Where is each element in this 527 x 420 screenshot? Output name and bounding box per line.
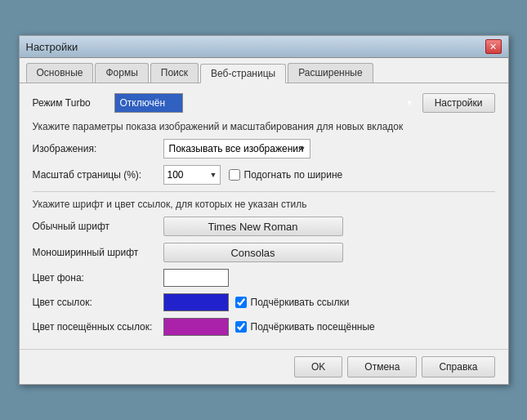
- turbo-label: Режим Turbo: [33, 97, 114, 109]
- bg-color-row: Цвет фона:: [33, 269, 495, 287]
- mono-font-label: Моноширинный шрифт: [33, 247, 163, 258]
- images-label: Изображения:: [33, 143, 163, 154]
- cancel-button[interactable]: Отмена: [347, 356, 417, 378]
- turbo-settings-button[interactable]: Настройки: [422, 93, 495, 113]
- scale-label: Масштаб страницы (%):: [33, 169, 163, 181]
- images-row: Изображения: Показывать все изображения: [33, 139, 495, 159]
- link-underline-label[interactable]: Подчёркивать ссылки: [235, 297, 350, 308]
- titlebar: Настройки ✕: [20, 36, 508, 58]
- settings-window: Настройки ✕ Основные Формы Поиск Веб-стр…: [19, 35, 509, 385]
- scale-select[interactable]: 100: [163, 165, 221, 185]
- scale-select-wrap: 100: [163, 165, 221, 185]
- window-title: Настройки: [26, 41, 78, 53]
- fit-width-label[interactable]: Подогнать по ширине: [229, 169, 343, 181]
- bottom-bar: OK Отмена Справка: [20, 349, 508, 384]
- turbo-select[interactable]: Отключён: [114, 93, 183, 113]
- mono-font-button[interactable]: Consolas: [163, 243, 343, 262]
- visited-color-label: Цвет посещённых ссылок:: [33, 321, 163, 333]
- visited-underline-checkbox[interactable]: [235, 321, 247, 333]
- close-button[interactable]: ✕: [485, 39, 502, 54]
- visited-color-row: Цвет посещённых ссылок: Подчёркивать пос…: [33, 318, 495, 336]
- normal-font-row: Обычный шрифт Times New Roman: [33, 217, 495, 236]
- fit-width-text: Подогнать по ширине: [244, 169, 343, 181]
- bg-color-box[interactable]: [163, 269, 229, 287]
- images-description: Укажите параметры показа изображений и м…: [33, 121, 495, 132]
- scale-row: Масштаб страницы (%): 100 Подогнать по ш…: [33, 165, 495, 185]
- tab-basic[interactable]: Основные: [26, 63, 94, 83]
- link-underline-checkbox[interactable]: [235, 297, 247, 308]
- images-select[interactable]: Показывать все изображения: [163, 139, 310, 159]
- visited-underline-text: Подчёркивать посещённые: [251, 321, 375, 333]
- visited-underline-label[interactable]: Подчёркивать посещённые: [235, 321, 375, 333]
- ok-button[interactable]: OK: [294, 356, 342, 378]
- tab-search[interactable]: Поиск: [150, 63, 199, 83]
- turbo-row: Режим Turbo Отключён Настройки: [33, 93, 495, 113]
- turbo-select-container: Отключён: [114, 93, 418, 113]
- link-color-box[interactable]: [163, 293, 229, 311]
- normal-font-label: Обычный шрифт: [33, 221, 163, 232]
- settings-content: Режим Turbo Отключён Настройки Укажите п…: [20, 83, 508, 349]
- link-color-label: Цвет ссылок:: [33, 297, 163, 308]
- tab-web[interactable]: Веб-страницы: [200, 64, 286, 83]
- mono-font-row: Моноширинный шрифт Consolas: [33, 243, 495, 262]
- tab-advanced[interactable]: Расширенные: [288, 63, 373, 83]
- tab-forms[interactable]: Формы: [95, 63, 148, 83]
- normal-font-button[interactable]: Times New Roman: [163, 217, 343, 236]
- tabs-bar: Основные Формы Поиск Веб-страницы Расшир…: [20, 58, 508, 83]
- link-color-row: Цвет ссылок: Подчёркивать ссылки: [33, 293, 495, 311]
- divider1: [33, 191, 495, 192]
- bg-color-label: Цвет фона:: [33, 272, 163, 284]
- help-button[interactable]: Справка: [422, 356, 494, 378]
- fit-width-checkbox[interactable]: [229, 169, 240, 181]
- link-underline-text: Подчёркивать ссылки: [251, 297, 350, 308]
- visited-color-box[interactable]: [163, 318, 229, 336]
- images-select-wrap: Показывать все изображения: [163, 139, 310, 159]
- fonts-description: Укажите шрифт и цвет ссылок, для которых…: [33, 199, 495, 210]
